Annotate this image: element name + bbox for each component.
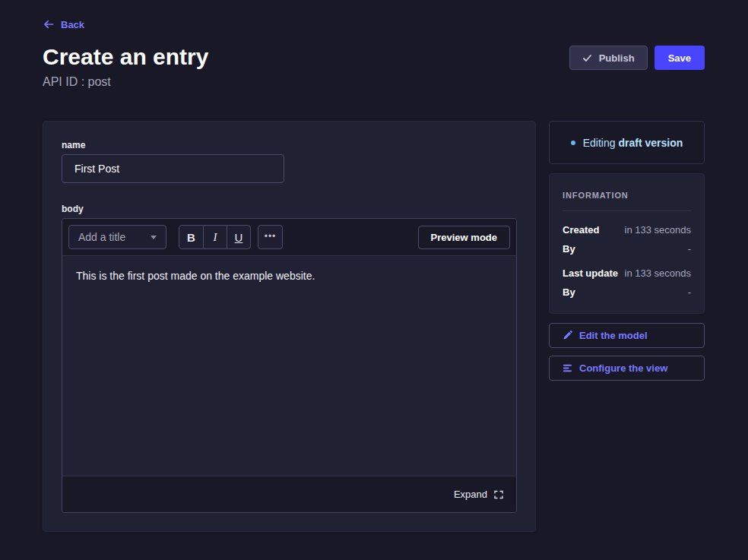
more-options-button[interactable]: •••: [258, 225, 283, 249]
name-field-label: name: [62, 140, 517, 150]
entry-form-card: name body Add a title B I U: [43, 121, 536, 532]
info-row-updated-by: By -: [563, 286, 691, 298]
body-field: body Add a title B I U •••: [62, 204, 517, 513]
configure-view-label: Configure the view: [579, 362, 667, 374]
preview-mode-button[interactable]: Preview mode: [418, 226, 510, 249]
underline-button[interactable]: U: [227, 226, 250, 248]
expand-button[interactable]: Expand: [454, 489, 503, 500]
pencil-icon: [563, 331, 572, 340]
api-id-subtitle: API ID : post: [43, 75, 705, 89]
edit-model-button[interactable]: Edit the model: [549, 323, 705, 348]
header-actions: Publish Save: [569, 46, 705, 70]
body-field-label: body: [62, 204, 517, 214]
draft-status-box: Editing draft version: [549, 121, 705, 164]
info-row-last-update: Last update in 133 seconds: [563, 267, 691, 279]
expand-label: Expand: [454, 489, 487, 500]
publish-label: Publish: [599, 52, 635, 64]
draft-bullet-dot: [571, 141, 575, 145]
information-panel: INFORMATION Created in 133 seconds By - …: [549, 173, 705, 314]
editor-content-area[interactable]: This is the first post made on the examp…: [62, 256, 516, 476]
info-row-created: Created in 133 seconds: [563, 224, 691, 236]
format-button-group: B I U: [179, 225, 251, 249]
information-divider: [563, 210, 691, 211]
right-sidebar: Editing draft version INFORMATION Create…: [549, 121, 705, 381]
configure-lines-icon: [563, 363, 572, 373]
draft-status-text: Editing draft version: [583, 137, 683, 149]
heading-select-value: Add a title: [78, 231, 125, 243]
chevron-down-icon: [151, 236, 157, 239]
main-content: name body Add a title B I U: [43, 121, 705, 532]
expand-corners-icon: [494, 490, 503, 499]
entry-editor-page: Back Create an entry Publish Save API ID…: [0, 0, 748, 560]
publish-button[interactable]: Publish: [569, 46, 648, 70]
ellipsis-icon: •••: [265, 231, 277, 242]
rich-text-editor: Add a title B I U ••• Preview mode: [62, 218, 517, 513]
save-button[interactable]: Save: [654, 46, 705, 70]
heading-select[interactable]: Add a title: [68, 225, 166, 249]
configure-view-button[interactable]: Configure the view: [549, 356, 705, 381]
back-arrow-icon: [43, 18, 55, 30]
information-title: INFORMATION: [563, 191, 691, 200]
info-row-created-by: By -: [563, 243, 691, 255]
name-input[interactable]: [62, 154, 284, 183]
edit-model-label: Edit the model: [579, 330, 648, 341]
back-label: Back: [61, 19, 84, 30]
editor-toolbar: Add a title B I U ••• Preview mode: [62, 219, 516, 256]
page-title: Create an entry: [43, 44, 208, 70]
check-icon: [582, 53, 592, 63]
italic-button[interactable]: I: [203, 226, 227, 248]
editor-footer: Expand: [62, 476, 516, 512]
bold-button[interactable]: B: [179, 226, 203, 248]
editor-paragraph: This is the first post made on the examp…: [76, 268, 502, 283]
back-link[interactable]: Back: [43, 18, 84, 30]
header-title-row: Create an entry Publish Save: [43, 44, 705, 70]
